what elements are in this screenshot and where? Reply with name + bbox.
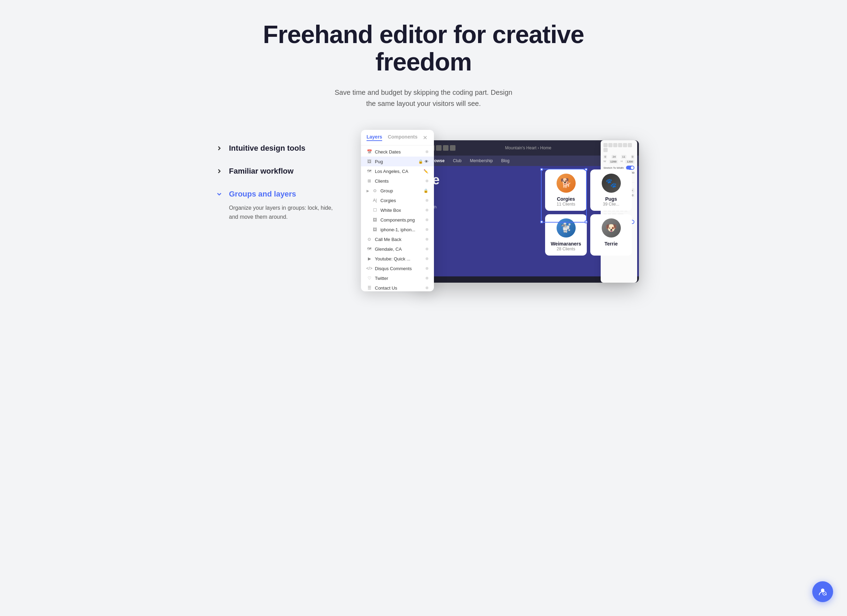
layer-visibility-dot-glendale[interactable] <box>426 248 428 251</box>
hero-subtext-line2: the same layout your visitors will see. <box>366 100 481 107</box>
tab-layers[interactable]: Layers <box>366 134 382 141</box>
layers-list: 📅 Check Dates 🖼 Pug 🔒 👁 <box>361 146 434 291</box>
client-card-weimaraners: 🐩 Weimaraners 28 Clients <box>545 214 587 256</box>
map-icon-glendale: 🗺 <box>366 246 372 252</box>
group-expand-arrow[interactable]: ▶ <box>366 189 369 193</box>
layer-name-contact-us: Contact Us <box>375 286 423 290</box>
eye-icon-pug[interactable]: 👁 <box>425 159 428 164</box>
props-width: 1200 <box>609 160 618 164</box>
props-tool-7 <box>604 148 608 152</box>
toolbar-icon-4 <box>443 145 449 151</box>
hero-section: Freehand editor for creative freedom <box>215 21 632 76</box>
layer-name-check-dates: Check Dates <box>375 149 423 155</box>
card-name-pugs: Pugs <box>595 196 628 202</box>
layers-panel: Layers Components ✕ 📅 Check Dates <box>361 130 434 291</box>
frame-icon-clients: ⊞ <box>366 178 372 184</box>
card-count-weimaraners: 28 Clients <box>549 246 583 251</box>
hero-heading-line1: Freehand editor for creative <box>263 21 584 48</box>
layer-item-youtube[interactable]: ▶ Youtube: Quick ... <box>361 254 434 264</box>
close-icon[interactable]: ✕ <box>421 134 428 141</box>
avatar-weimaraners: 🐩 <box>556 218 575 237</box>
layer-item-clients[interactable]: ⊞ Clients <box>361 176 434 186</box>
feature-header-familiar[interactable]: Familiar workflow <box>215 167 333 176</box>
nav-item-club[interactable]: Club <box>453 158 462 163</box>
breadcrumb-text: Mountain's Heart › Home <box>505 146 551 150</box>
layer-visibility-dot-contact[interactable] <box>426 286 428 289</box>
layer-item-contact-us[interactable]: ☰ Contact Us <box>361 283 434 291</box>
circle-icon-call: ⊙ <box>366 236 372 242</box>
play-icon-youtube: ▶ <box>366 256 372 261</box>
toolbar-icon-3 <box>436 145 441 151</box>
tab-components[interactable]: Components <box>388 134 418 141</box>
layer-name-disqus: Disqus Comments <box>375 266 423 271</box>
edit-icon-la[interactable]: ✏️ <box>424 169 428 174</box>
toolbar-icon-5 <box>450 145 456 151</box>
props-tool-4 <box>618 143 622 147</box>
group-icon: ⊙ <box>372 188 378 193</box>
layer-name-youtube: Youtube: Quick ... <box>375 256 423 261</box>
layer-name-group: Group <box>381 188 421 193</box>
feature-title-intuitive: Intuitive design tools <box>229 144 305 153</box>
layer-visibility-dot-iphone[interactable] <box>426 228 428 231</box>
chevron-down-icon <box>215 190 223 198</box>
layer-visibility-dot[interactable] <box>426 150 428 153</box>
feature-header-groups[interactable]: Groups and layers <box>215 190 333 199</box>
layer-name-pug: Pug <box>375 159 416 164</box>
layer-visibility-dot-corgies[interactable] <box>426 199 428 202</box>
layers-panel-header: Layers Components ✕ <box>361 130 434 146</box>
avatar-corgies: 🐕 <box>556 174 575 193</box>
layer-item-corgies[interactable]: A| Corgies <box>361 196 434 205</box>
feature-header-intuitive[interactable]: Intuitive design tools <box>215 144 333 153</box>
layer-visibility-dot-twitter[interactable] <box>426 277 428 280</box>
layer-visibility-dot-white-box[interactable] <box>426 209 428 211</box>
props-tool-3 <box>613 143 617 147</box>
feature-item-groups: Groups and layers Organize your layers i… <box>215 190 333 221</box>
layer-visibility-dot-clients[interactable] <box>426 180 428 182</box>
layer-item-disqus[interactable]: </> Disqus Comments <box>361 264 434 273</box>
hero-subtext: Save time and budget by skipping the cod… <box>215 87 632 109</box>
layer-item-check-dates[interactable]: 📅 Check Dates <box>361 147 434 156</box>
layer-name-iphone: iphone-1, iphon... <box>381 227 423 232</box>
hero-heading-line2: freedom <box>375 48 471 76</box>
layer-item-los-angeles[interactable]: 🗺 Los Angeles, CA ✏️ <box>361 167 434 176</box>
calendar-icon: 📅 <box>366 149 372 155</box>
feature-title-groups: Groups and layers <box>229 190 296 199</box>
stretch-label: Stretch To Width <box>604 167 624 169</box>
card-name-corgies: Corgies <box>549 196 583 202</box>
card-name-weimaraners: Weimaraners <box>549 241 583 246</box>
code-icon-disqus: </> <box>366 266 372 271</box>
square-icon-white-box: ☐ <box>372 207 378 213</box>
svg-rect-2 <box>824 594 825 594</box>
browser-breadcrumb: Mountain's Heart › Home <box>505 146 551 150</box>
layer-visibility-dot-call[interactable] <box>426 238 428 241</box>
props-tool-5 <box>623 143 627 147</box>
text-icon-corgies: A| <box>372 197 378 203</box>
layer-item-group[interactable]: ▶ ⊙ Group 🔒 <box>361 186 434 196</box>
layer-item-twitter[interactable]: ♡ Twitter <box>361 273 434 283</box>
lock-icon-pug[interactable]: 🔒 <box>418 159 423 164</box>
feature-item-familiar: Familiar workflow <box>215 167 333 176</box>
lock-icon-group[interactable]: 🔒 <box>424 189 428 193</box>
layer-item-components-png[interactable]: 🖼 Components.png <box>361 215 434 225</box>
hero-subtext-line1: Save time and budget by skipping the cod… <box>335 88 512 96</box>
map-icon-la: 🗺 <box>366 168 372 174</box>
image-icon-iphone: 🖼 <box>372 227 378 232</box>
user-icon <box>818 587 828 597</box>
layer-item-white-box[interactable]: ☐ White Box <box>361 205 434 215</box>
card-count-corgies: 11 Clients <box>549 202 583 206</box>
layer-visibility-dot-disqus[interactable] <box>426 267 428 270</box>
layer-item-call-me-back[interactable]: ⊙ Call Me Back <box>361 234 434 244</box>
layer-name-clients: Clients <box>375 178 423 184</box>
layer-item-pug[interactable]: 🖼 Pug 🔒 👁 <box>361 156 434 167</box>
nav-item-blog[interactable]: Blog <box>501 158 509 163</box>
layer-visibility-dot-components[interactable] <box>426 218 428 221</box>
ui-demo: Mountain's Heart › Home 👁 Publish Browse… <box>354 130 632 296</box>
layer-visibility-dot-youtube[interactable] <box>426 257 428 260</box>
layer-item-glendale[interactable]: 🗺 Glendale, CA <box>361 244 434 254</box>
layer-name-twitter: Twitter <box>375 276 423 281</box>
layer-name-corgies: Corgies <box>381 198 423 203</box>
nav-item-membership[interactable]: Membership <box>470 158 493 163</box>
layer-item-iphone[interactable]: 🖼 iphone-1, iphon... <box>361 225 434 234</box>
cta-button[interactable] <box>812 581 833 602</box>
feature-item-intuitive: Intuitive design tools <box>215 144 333 153</box>
